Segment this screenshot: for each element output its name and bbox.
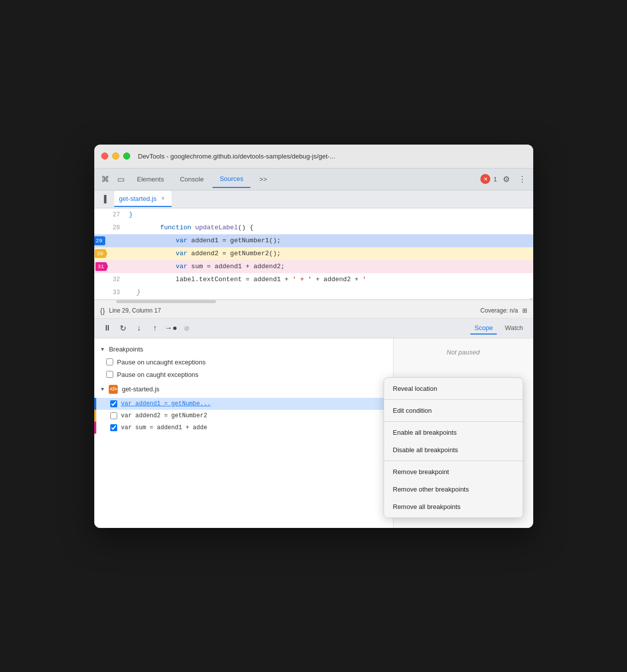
- file-type-icon: </>: [109, 385, 118, 394]
- not-paused-label: Not paused: [446, 348, 480, 356]
- bp-checkbox-1[interactable]: [110, 412, 117, 419]
- bp-checkbox-2[interactable]: [110, 424, 117, 431]
- step-out-button[interactable]: ↑: [148, 321, 162, 335]
- horizontal-scrollbar[interactable]: [94, 300, 533, 304]
- pretty-print-icon[interactable]: {}: [100, 307, 105, 315]
- ctx-reveal-location[interactable]: Reveal location: [384, 380, 523, 397]
- scrollbar-thumb-h: [116, 300, 216, 303]
- ctx-separator-3: [384, 461, 523, 461]
- coverage-label: Coverage: n/a: [480, 307, 518, 314]
- status-right: Coverage: n/a ⊞: [480, 307, 527, 314]
- ctx-remove-all[interactable]: Remove all breakpoints: [384, 498, 523, 515]
- bp-item-text-0: var addend1 = getNumbe...: [121, 400, 211, 407]
- error-badge-wrap: ✕ 1: [480, 174, 497, 184]
- context-menu: Reveal location Edit condition Enable al…: [384, 377, 523, 518]
- ctx-remove-other[interactable]: Remove other breakpoints: [384, 481, 523, 498]
- error-icon: ✕: [483, 176, 488, 182]
- maximize-button[interactable]: [123, 153, 130, 160]
- triangle-icon: ▼: [100, 346, 105, 352]
- title-bar: DevTools - googlechrome.github.io/devtoo…: [94, 145, 533, 168]
- line-num-27: 27: [103, 211, 125, 218]
- error-badge: ✕: [480, 174, 490, 184]
- tab-overflow[interactable]: >>: [252, 170, 274, 188]
- breakpoints-title: Breakpoints: [109, 345, 143, 353]
- scope-tab[interactable]: Scope: [470, 322, 497, 335]
- pause-caught-label: Pause on caught exceptions: [117, 371, 199, 378]
- tab-elements[interactable]: Elements: [130, 170, 171, 188]
- bp-checkbox-0[interactable]: [110, 400, 117, 407]
- status-left: {} Line 29, Column 17: [100, 307, 161, 315]
- tab-console[interactable]: Console: [173, 170, 211, 188]
- settings-icon[interactable]: ⚙: [499, 172, 513, 186]
- bp-marker-blue: 29: [94, 236, 106, 245]
- scrollbar-thumb-v: [530, 299, 533, 300]
- line-content-33: }: [125, 289, 533, 296]
- close-button[interactable]: [101, 153, 108, 160]
- traffic-lights: [101, 153, 130, 160]
- code-line-32: 32 label.textContent = addend1 + ' + ' +…: [94, 273, 533, 286]
- devtools-window: DevTools - googlechrome.github.io/devtoo…: [94, 145, 533, 528]
- code-line-33: 33 }: [94, 286, 533, 299]
- bp-color-bar-1: [94, 410, 96, 422]
- ctx-remove-breakpoint[interactable]: Remove breakpoint: [384, 463, 523, 481]
- line-bp-31: •• 31: [94, 262, 103, 271]
- bp-color-bar-2: [94, 422, 96, 434]
- file-tab-name: get-started.js: [119, 195, 157, 202]
- line-num-33: 33: [103, 289, 125, 296]
- debug-toolbar: ⏸ ↻ ↓ ↑ →● ⊘ Scope Watch: [94, 319, 533, 338]
- device-icon[interactable]: ▭: [114, 172, 128, 186]
- line-bp-30: ? 30: [94, 249, 103, 258]
- debug-tabs: Scope Watch: [470, 322, 527, 335]
- vertical-scrollbar[interactable]: [529, 298, 533, 300]
- file-tab-close-icon[interactable]: ×: [160, 195, 167, 202]
- more-icon[interactable]: ⋮: [515, 172, 529, 186]
- ctx-enable-all[interactable]: Enable all breakpoints: [384, 424, 523, 441]
- watch-tab[interactable]: Watch: [501, 322, 527, 335]
- bp-marker-pink: 31: [95, 262, 108, 271]
- bp-item-text-2: var sum = addend1 + adde: [121, 424, 208, 431]
- line-num-28: 28: [103, 224, 125, 231]
- bp-marker-yellow: 30: [95, 249, 107, 258]
- breakpoints-section-header[interactable]: ▼ Breakpoints: [94, 342, 393, 356]
- inspect-icon[interactable]: ⌘: [98, 172, 112, 186]
- step-into-button[interactable]: ↓: [132, 321, 146, 335]
- ctx-separator-1: [384, 399, 523, 400]
- bp-item-1[interactable]: var addend2 = getNumber2: [94, 410, 393, 422]
- window-title: DevTools - googlechrome.github.io/devtoo…: [138, 153, 335, 160]
- ctx-separator-2: [384, 421, 523, 422]
- bp-item-text-1: var addend2 = getNumber2: [121, 412, 208, 419]
- line-bp-29: 29: [94, 236, 103, 245]
- deactivate-breakpoints-button[interactable]: ⊘: [180, 321, 194, 335]
- pause-uncaught-checkbox[interactable]: [106, 358, 113, 365]
- ctx-disable-all[interactable]: Disable all breakpoints: [384, 441, 523, 459]
- pause-resume-button[interactable]: ⏸: [100, 321, 114, 335]
- bp-file-header[interactable]: ▼ </> get-started.js: [94, 381, 393, 398]
- line-num-32: 32: [103, 276, 125, 283]
- pause-caught-checkbox[interactable]: [106, 371, 113, 378]
- error-count: 1: [493, 175, 497, 183]
- status-bar: {} Line 29, Column 17 Coverage: n/a ⊞: [94, 304, 533, 319]
- ctx-edit-condition[interactable]: Edit condition: [384, 402, 523, 419]
- file-tab[interactable]: get-started.js ×: [114, 191, 172, 207]
- sidebar-toggle-icon[interactable]: ▐: [98, 193, 110, 205]
- file-triangle-icon: ▼: [100, 386, 105, 392]
- minimize-button[interactable]: [112, 153, 119, 160]
- tab-sources[interactable]: Sources: [212, 170, 250, 188]
- pause-caught-row: Pause on caught exceptions: [94, 368, 393, 381]
- cursor-position: Line 29, Column 17: [109, 307, 161, 314]
- pause-uncaught-label: Pause on uncaught exceptions: [117, 358, 206, 366]
- bp-item-2[interactable]: var sum = addend1 + adde: [94, 422, 393, 434]
- step-button[interactable]: →●: [164, 321, 178, 335]
- bp-file-name: get-started.js: [122, 385, 159, 393]
- bp-dots-icon: ••: [94, 264, 95, 269]
- coverage-icon[interactable]: ⊞: [522, 307, 527, 314]
- tab-bar: ⌘ ▭ Elements Console Sources >> ✕ 1 ⚙ ⋮: [94, 168, 533, 190]
- left-panel: ▼ Breakpoints Pause on uncaught exceptio…: [94, 338, 394, 528]
- bp-color-bar-0: [94, 398, 96, 410]
- pause-uncaught-row: Pause on uncaught exceptions: [94, 356, 393, 368]
- code-area: 27 } 28 function updateLabel() { 29 var …: [94, 208, 533, 300]
- step-over-button[interactable]: ↻: [116, 321, 130, 335]
- bp-item-0[interactable]: var addend1 = getNumbe...: [94, 398, 393, 410]
- file-tab-bar: ▐ get-started.js ×: [94, 190, 533, 208]
